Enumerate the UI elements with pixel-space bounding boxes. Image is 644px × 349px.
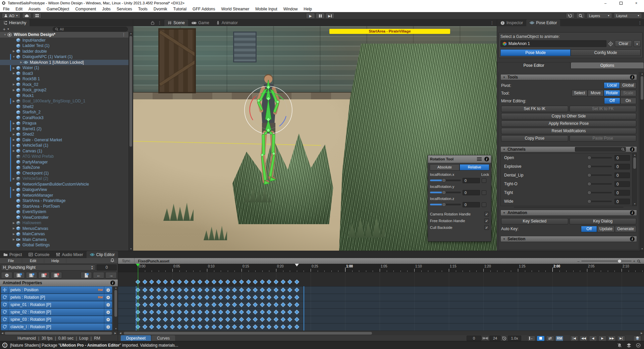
channel-slider[interactable]: [588, 183, 612, 185]
settings-button[interactable]: [1, 272, 12, 279]
option-checkbox[interactable]: ✓: [484, 218, 489, 223]
info-icon[interactable]: i: [110, 281, 115, 285]
hierarchy-item-ladder-test-1[interactable]: Ladder Test (1): [0, 43, 128, 49]
channel-value-field[interactable]: 0: [614, 181, 630, 187]
clip-dropdown[interactable]: H_Punching Right ▲▼: [1, 264, 95, 270]
slider-knob[interactable]: [442, 190, 446, 195]
search-button[interactable]: [576, 13, 585, 18]
keyframe-0-12[interactable]: [218, 280, 223, 284]
play-clip-button[interactable]: ▶: [598, 336, 606, 341]
axis-slider[interactable]: [430, 180, 461, 181]
clip-menu-edit[interactable]: Edit: [22, 258, 44, 264]
scrollbar-thumb[interactable]: [633, 157, 636, 169]
clear-dropdown-button[interactable]: ▼: [634, 40, 641, 47]
next-frame-button[interactable]: →: [105, 272, 117, 279]
tab-hierarchy[interactable]: Hierarchy: [0, 19, 30, 26]
relative-mode-button[interactable]: Relative: [460, 164, 489, 170]
pose-panel-scrollbar[interactable]: ▲ ▼: [640, 72, 644, 251]
keyframe-0-17[interactable]: [253, 280, 258, 284]
rotation-tool-header[interactable]: Rotation Tool i: [428, 155, 491, 163]
scrollbar-thumb[interactable]: [5, 332, 112, 335]
tab-console[interactable]: Console: [25, 251, 53, 258]
menu-icon[interactable]: [477, 157, 482, 161]
lock-icon[interactable]: [151, 21, 154, 25]
hierarchy-scrollbar[interactable]: ▲ ▼: [128, 32, 133, 251]
pivot-local-option[interactable]: Local: [604, 82, 620, 89]
clip-menu-file[interactable]: File: [0, 258, 22, 264]
pose-mode-button[interactable]: Pose Mode: [500, 49, 571, 56]
foldout-arrow-icon[interactable]: ▶: [11, 238, 16, 241]
foldout-arrow-icon[interactable]: ▶: [11, 122, 16, 125]
keyframe-0-6[interactable]: [177, 280, 182, 284]
next-key-button[interactable]: ▶▶: [608, 336, 616, 341]
hierarchy-item-dale-general-market[interactable]: ▶Dale - General Market: [0, 137, 128, 143]
channel-value-field[interactable]: 0: [614, 190, 630, 196]
hierarchy-item-startarea-porttown[interactable]: StartArea - PortTown: [0, 204, 128, 209]
menu-dvornik[interactable]: Dvornik: [151, 6, 170, 12]
keyframe-0-8[interactable]: [191, 280, 196, 284]
scroll-up-icon[interactable]: ▲: [129, 32, 133, 35]
scrollbar-thumb[interactable]: [124, 332, 372, 335]
hierarchy-item-checkpoint-1[interactable]: Checkpoint (1): [0, 170, 128, 176]
scene-viewport[interactable]: StartArea - PirateVillage Rotation Tool …: [133, 26, 497, 251]
foldout-arrow-icon[interactable]: ▼: [3, 33, 7, 36]
clip-end-marker[interactable]: [295, 264, 299, 268]
hierarchy-item-shed2[interactable]: ▶Shed2: [0, 132, 128, 137]
keyframe-0-23[interactable]: [294, 280, 299, 284]
tab-project[interactable]: Project: [0, 251, 25, 258]
tab-pose-editor[interactable]: Pose Editor: [526, 19, 560, 26]
foldout-arrow-icon[interactable]: ▶: [11, 127, 16, 130]
frame-navigation-toggle[interactable]: [537, 336, 545, 341]
tools-section-header[interactable]: ▼ Tools i: [500, 74, 637, 80]
auto-key-generate-option[interactable]: Generate: [615, 226, 636, 232]
character-rig[interactable]: [244, 69, 308, 203]
axis-lock-checkbox[interactable]: [482, 190, 486, 195]
tool-scale-option[interactable]: Scale: [620, 90, 636, 96]
hierarchy-item-ladder-double[interactable]: ▶ladder double: [0, 49, 128, 54]
keyframe-0-11[interactable]: [212, 280, 216, 284]
auto-key-update-option[interactable]: Update: [597, 226, 615, 232]
hierarchy-item-vehiclesail-1[interactable]: ▶VehicleSail (1): [0, 143, 128, 148]
hierarchy-item-wilson-demo-design[interactable]: ▼Wilson Demo Design*⋮: [0, 32, 128, 38]
channel-slider[interactable]: [588, 201, 612, 202]
mirror-off-option[interactable]: Off: [604, 98, 620, 104]
foldout-arrow-icon[interactable]: ▶: [11, 233, 16, 236]
keyframe-0-16[interactable]: [246, 280, 251, 284]
keyframe-0-18[interactable]: [260, 280, 265, 284]
menu-jobs[interactable]: Jobs: [99, 6, 113, 12]
keyframe-0-21[interactable]: [281, 280, 285, 284]
hierarchy-item-coralrock3[interactable]: CoralRock3: [0, 115, 128, 121]
menu-world-streamer[interactable]: World Streamer: [218, 6, 252, 12]
keyframe-0-7[interactable]: [184, 280, 189, 284]
scroll-up-icon[interactable]: ▲: [633, 153, 637, 157]
hierarchy-item-rock-group2[interactable]: ▶Rock_group2: [0, 87, 128, 93]
cache-ok-icon[interactable]: [636, 343, 641, 348]
tool-move-option[interactable]: Move: [588, 90, 604, 96]
timeline-ruler[interactable]: 0:000:050:100:150:200:251:001:051:101:15…: [118, 264, 644, 272]
hierarchy-item-piragua[interactable]: ▶Piragua: [0, 120, 128, 126]
hierarchy-item-halloween[interactable]: ▶Halloween: [0, 220, 128, 226]
step-button[interactable]: ▶: [325, 13, 334, 19]
clip-menu-help[interactable]: Help: [44, 258, 66, 264]
hierarchy-item-atg-wind-prefab[interactable]: ATG Wind Prefab: [0, 154, 128, 159]
axis-lock-checkbox[interactable]: [482, 202, 486, 207]
properties-scrollbar[interactable]: ▲ ▼: [113, 286, 118, 331]
panel-kebab-icon[interactable]: ⋮: [638, 20, 642, 25]
menu-window[interactable]: Window: [280, 6, 301, 12]
hierarchy-item-startarea-piratevillage[interactable]: StartArea - PirateVillage: [0, 198, 128, 204]
property-settings-button[interactable]: [104, 287, 112, 293]
hierarchy-item-rock5b-1[interactable]: Rock5B 1: [0, 76, 128, 82]
foldout-arrow-icon[interactable]: ▶: [11, 188, 16, 191]
tab-animator[interactable]: Animator: [213, 19, 241, 26]
key-dialog-button[interactable]: Key Dialog: [570, 218, 637, 225]
foldout-arrow-icon[interactable]: ▼: [11, 55, 16, 58]
stepper-icon[interactable]: ▲▼: [91, 265, 93, 270]
scroll-down-icon[interactable]: ▼: [633, 202, 637, 206]
channel-slider[interactable]: [588, 157, 612, 158]
mirror-on-option[interactable]: On: [620, 98, 636, 104]
foldout-arrow-icon[interactable]: ▶: [11, 149, 16, 152]
property-settings-button[interactable]: [104, 294, 112, 301]
add-clip-button[interactable]: +: [13, 272, 25, 279]
menu-gameobject[interactable]: GameObject: [44, 6, 72, 12]
info-icon[interactable]: i: [484, 157, 489, 161]
